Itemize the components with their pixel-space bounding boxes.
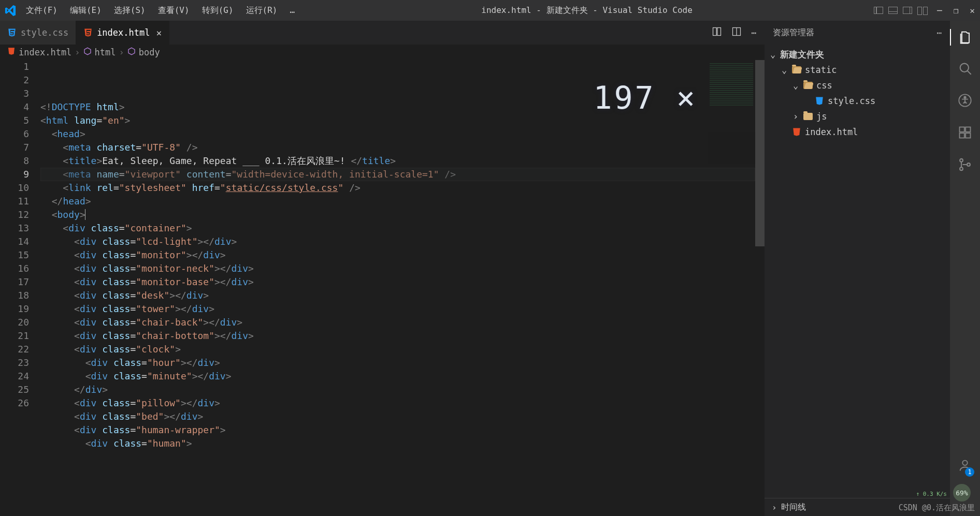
html-file-icon	[7, 47, 16, 57]
menu-edit[interactable]: 编辑(E)	[65, 3, 107, 18]
chevron-icon: ⌄	[791, 80, 800, 91]
svg-rect-10	[965, 133, 970, 138]
tree-label: static	[805, 65, 837, 75]
menu-more[interactable]: …	[284, 3, 300, 18]
svg-rect-9	[960, 133, 964, 138]
more-actions-icon[interactable]: ⋯	[751, 28, 756, 38]
file-icon	[791, 127, 802, 137]
code-content[interactable]: <!DOCTYPE html><html lang="en"> <head> <…	[40, 60, 765, 516]
maximize-icon[interactable]: ❐	[954, 6, 959, 16]
tree-label: css	[816, 80, 832, 91]
account-icon[interactable]: 1	[958, 458, 972, 475]
menu-view[interactable]: 查看(V)	[153, 3, 195, 18]
svg-rect-11	[965, 127, 970, 132]
layout-left-icon[interactable]	[874, 7, 883, 14]
layout-bottom-icon[interactable]	[888, 7, 898, 14]
svg-rect-1	[717, 28, 721, 36]
svg-line-5	[968, 71, 971, 75]
source-control-icon[interactable]	[958, 157, 972, 174]
more-icon[interactable]: ⋯	[936, 28, 942, 38]
cube-icon	[127, 47, 136, 57]
chevron-icon: ›	[791, 111, 800, 122]
css-file-icon	[7, 28, 17, 37]
accessibility-icon[interactable]	[958, 93, 972, 110]
scroll-thumb[interactable]	[755, 60, 765, 246]
chevron-down-icon: ⌄	[769, 49, 777, 60]
activity-bar: 1	[950, 21, 980, 516]
tree-root[interactable]: ⌄ 新建文件夹	[765, 47, 950, 62]
svg-point-12	[960, 159, 963, 162]
layout-right-icon[interactable]	[903, 7, 912, 14]
svg-point-4	[960, 64, 969, 72]
menu-select[interactable]: 选择(S)	[109, 3, 151, 18]
window-title: index.html - 新建文件夹 - Visual Studio Code	[300, 5, 874, 16]
tab-index-html[interactable]: index.html ×	[76, 21, 169, 45]
tree-item[interactable]: index.html	[765, 124, 950, 140]
editor-area: style.css index.html × ⋯	[0, 21, 765, 516]
editor-tabs: style.css index.html × ⋯	[0, 21, 765, 45]
overlay-counter: 197 ×	[593, 91, 697, 105]
code-editor[interactable]: 1234567891011121314151617181920212223242…	[0, 60, 765, 516]
svg-point-13	[960, 167, 963, 170]
tab-close-icon[interactable]: ×	[156, 27, 162, 38]
tab-label: index.html	[97, 27, 150, 38]
menu-run[interactable]: 运行(R)	[241, 3, 283, 18]
diff-icon[interactable]	[712, 26, 722, 39]
vscode-logo-icon	[0, 5, 21, 16]
tree-item[interactable]: ⌄static	[765, 62, 950, 78]
breadcrumb-item[interactable]: html	[95, 47, 116, 57]
menu-file[interactable]: 文件(F)	[21, 3, 63, 18]
chevron-right-icon: ›	[119, 47, 124, 57]
svg-point-14	[967, 163, 970, 166]
tree-label: js	[816, 111, 827, 122]
file-icon	[803, 82, 813, 89]
account-badge: 1	[965, 467, 974, 477]
tab-actions: ⋯	[712, 21, 765, 45]
watermark: CSDN @0.活在风浪里	[899, 503, 975, 513]
search-icon[interactable]	[958, 61, 972, 78]
breadcrumb[interactable]: index.html › html › body	[0, 45, 765, 60]
battery-badge: 69%	[953, 484, 971, 502]
file-icon	[803, 113, 813, 120]
window-controls: ─ ❐ ✕	[937, 6, 980, 16]
scrollbar[interactable]	[755, 60, 765, 516]
file-icon	[814, 96, 825, 106]
close-icon[interactable]: ✕	[970, 6, 975, 16]
breadcrumb-item[interactable]: body	[139, 47, 160, 57]
minimap[interactable]	[708, 60, 755, 164]
split-editor-icon[interactable]	[731, 26, 742, 39]
cube-icon	[83, 47, 92, 57]
main-menu: 文件(F) 编辑(E) 选择(S) 查看(V) 转到(G) 运行(R) …	[21, 3, 300, 18]
chevron-right-icon: ›	[75, 47, 80, 57]
file-tree: ⌄ 新建文件夹 ⌄static⌄cssstyle.css›jsindex.htm…	[765, 45, 950, 142]
svg-point-7	[964, 96, 966, 98]
explorer-title: 资源管理器	[773, 27, 814, 38]
current-line-highlight	[40, 168, 755, 181]
chevron-icon: ⌄	[780, 65, 788, 75]
tree-item[interactable]: style.css	[765, 93, 950, 109]
minimize-icon[interactable]: ─	[937, 6, 942, 16]
tree-item[interactable]: ›js	[765, 109, 950, 124]
breadcrumb-item[interactable]: index.html	[19, 47, 71, 57]
svg-rect-0	[713, 28, 717, 36]
tree-item[interactable]: ⌄css	[765, 78, 950, 93]
net-speed: ↑ 0.3 K/s	[916, 491, 947, 497]
titlebar: 文件(F) 编辑(E) 选择(S) 查看(V) 转到(G) 运行(R) … in…	[0, 0, 980, 21]
explorer-sidebar: 资源管理器 ⋯ ⌄ 新建文件夹 ⌄static⌄cssstyle.css›jsi…	[765, 21, 950, 516]
menu-goto[interactable]: 转到(G)	[197, 3, 239, 18]
tree-root-label: 新建文件夹	[780, 49, 824, 61]
layout-controls	[874, 7, 937, 14]
svg-point-15	[962, 461, 967, 465]
explorer-header: 资源管理器 ⋯	[765, 21, 950, 45]
explorer-icon[interactable]	[950, 29, 980, 46]
tree-label: index.html	[805, 127, 858, 137]
file-icon	[791, 66, 802, 73]
tab-style-css[interactable]: style.css	[0, 21, 76, 45]
chevron-right-icon: ›	[772, 503, 777, 512]
extensions-icon[interactable]	[958, 125, 972, 142]
html-file-icon	[83, 28, 93, 37]
layout-split-icon[interactable]	[917, 7, 928, 14]
tab-label: style.css	[21, 27, 68, 38]
tree-label: style.css	[828, 96, 875, 106]
timeline-label: 时间线	[781, 502, 806, 513]
